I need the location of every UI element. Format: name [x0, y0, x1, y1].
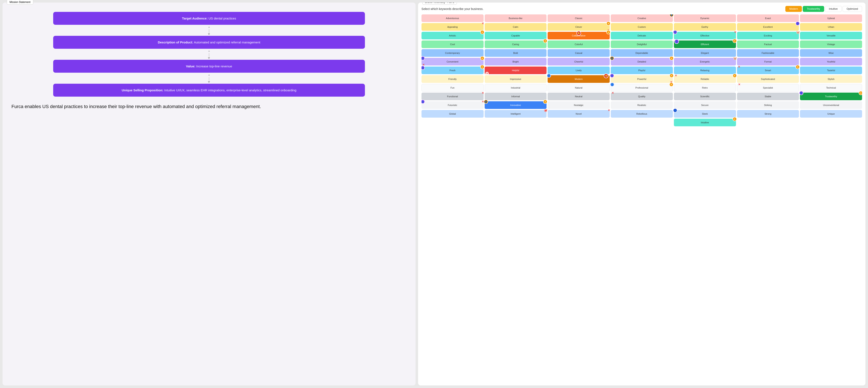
- flow-box-description: Description of Product: Automated and op…: [53, 36, 365, 49]
- kw-capable[interactable]: Capable: [485, 32, 547, 39]
- kw-wise[interactable]: Wise: [800, 49, 862, 57]
- kw-strong[interactable]: Strong: [737, 110, 799, 118]
- kw-trustworthy[interactable]: Trustworthy 👤 A: [800, 93, 862, 100]
- flow-box-value: Value: Increase top-line revenue: [53, 60, 365, 73]
- kw-formal[interactable]: Formal: [737, 58, 799, 65]
- kw-convenient[interactable]: Convenient 👤 A ✕: [422, 58, 484, 65]
- kw-factual[interactable]: Factual: [737, 40, 799, 48]
- kw-friendly[interactable]: Friendly: [422, 75, 484, 83]
- kw-lively[interactable]: Lively: [548, 67, 610, 74]
- kw-professional[interactable]: Professional 👤 A: [611, 84, 673, 92]
- kw-bold[interactable]: Bold: [485, 49, 547, 57]
- kw-cheerful[interactable]: Cheerful: [548, 58, 610, 65]
- tab-modern[interactable]: Modern: [785, 6, 802, 12]
- flow-arrow-2: +: [208, 49, 210, 60]
- tab-trustworthy[interactable]: Trustworthy: [803, 6, 824, 12]
- kw-delightful[interactable]: Delightful: [611, 40, 673, 48]
- kw-effective[interactable]: Effective ✕ 👤: [674, 32, 736, 39]
- kw-custom[interactable]: Custom: [611, 23, 673, 31]
- kw-dynamic[interactable]: Dynamic: [674, 14, 736, 22]
- flow-value-4: Intuitive UI/UX, seamless EHR integratio…: [164, 88, 297, 92]
- kw-novel[interactable]: Novel ✕: [548, 110, 610, 118]
- kw-upbeat[interactable]: Upbeat: [800, 14, 862, 22]
- kw-secure[interactable]: Secure: [674, 101, 736, 109]
- kw-modern[interactable]: Modern 👤 😊: [548, 75, 610, 83]
- kw-unique[interactable]: Unique: [800, 110, 862, 118]
- kw-stylish[interactable]: Stylish: [800, 75, 862, 83]
- kw-playful[interactable]: Playful: [611, 67, 673, 74]
- tab-optimized[interactable]: Optimized: [843, 6, 862, 12]
- kw-exact[interactable]: Exact: [737, 14, 799, 22]
- kw-unconventional[interactable]: Unconventional: [800, 101, 862, 109]
- kw-delicate[interactable]: Delicate: [611, 32, 673, 39]
- kw-impressive[interactable]: Impressive: [485, 75, 547, 83]
- kw-natural[interactable]: Natural: [548, 84, 610, 92]
- kw-creative[interactable]: Creative 👤: [611, 14, 673, 22]
- kw-earthy[interactable]: Earthy: [674, 23, 736, 31]
- kw-contemporary[interactable]: Contemporary: [422, 49, 484, 57]
- kw-colorful[interactable]: Colorful: [548, 40, 610, 48]
- kw-bright[interactable]: Bright: [485, 58, 547, 65]
- kw-collaborative[interactable]: Collaborative A 😊: [548, 32, 610, 39]
- kw-urban[interactable]: Urban: [800, 23, 862, 31]
- kw-reliable[interactable]: Reliable A ✕: [674, 75, 736, 83]
- kw-neutral[interactable]: Neutral: [548, 93, 610, 100]
- kw-informal[interactable]: Informal: [485, 93, 547, 100]
- kw-stable[interactable]: Stable: [737, 93, 799, 100]
- kw-elegant[interactable]: Elegant: [674, 49, 736, 57]
- kw-fashionable[interactable]: Fashionable: [737, 49, 799, 57]
- kw-technical[interactable]: Technical: [800, 84, 862, 92]
- flow-label-1: Target Audience:: [182, 17, 208, 20]
- flow-label-4: Unique Selling Proposition:: [122, 88, 163, 92]
- kw-sleek[interactable]: Sleek 👤: [674, 110, 736, 118]
- kw-classic[interactable]: Classic: [548, 14, 610, 22]
- kw-smart[interactable]: Smart ✕ A: [737, 67, 799, 74]
- kw-dependable[interactable]: Dependable: [611, 49, 673, 57]
- right-subtitle: Select which keywords describe your busi…: [422, 7, 484, 10]
- kw-powerful[interactable]: Powerful 👤 A ✕: [611, 75, 673, 83]
- kw-business-like[interactable]: Business-like: [485, 14, 547, 22]
- kw-intuitive[interactable]: Intuitive A: [674, 119, 736, 126]
- kw-empty-6: [800, 119, 862, 126]
- flow-box-usp: Unique Selling Proposition: Intuitive UI…: [53, 84, 365, 97]
- kw-helpful[interactable]: Helpful ✕: [485, 67, 547, 74]
- kw-rebellious[interactable]: Rebellious: [611, 110, 673, 118]
- kw-artistic[interactable]: Artistic A: [422, 32, 484, 39]
- kw-adventurous[interactable]: Adventurous: [422, 14, 484, 22]
- kw-industrial[interactable]: Industrial: [485, 84, 547, 92]
- kw-appealing[interactable]: Appealing ✕: [422, 23, 484, 31]
- kw-vintage[interactable]: Vintage: [800, 40, 862, 48]
- kw-scientific[interactable]: Scientific: [674, 93, 736, 100]
- tab-intuitive[interactable]: Intuitive: [825, 6, 842, 12]
- kw-casual[interactable]: Casual: [548, 49, 610, 57]
- kw-calm[interactable]: Calm: [485, 23, 547, 31]
- kw-energetic[interactable]: Energetic 🐷: [674, 58, 736, 65]
- kw-retro[interactable]: Retro: [674, 84, 736, 92]
- kw-versatile[interactable]: Versatile: [800, 32, 862, 39]
- kw-clever[interactable]: Clever A ✕: [548, 23, 610, 31]
- kw-nostalgic[interactable]: Nostalgic: [548, 101, 610, 109]
- kw-efficient[interactable]: Efficient A 👤: [674, 40, 736, 48]
- kw-cool[interactable]: Cool: [422, 40, 484, 48]
- kw-intelligent[interactable]: Intelligent 🐙: [485, 110, 547, 118]
- kw-youthful[interactable]: Youthful: [800, 58, 862, 65]
- kw-tasteful[interactable]: Tasteful: [800, 67, 862, 74]
- kw-quality[interactable]: Quality ✕: [611, 93, 673, 100]
- flow-label-2: Description of Product:: [158, 40, 193, 44]
- kw-caring[interactable]: Caring A: [485, 40, 547, 48]
- kw-fresh[interactable]: Fresh A 👤: [422, 67, 484, 74]
- kw-global[interactable]: Global: [422, 110, 484, 118]
- kw-realistic[interactable]: Realistic: [611, 101, 673, 109]
- kw-excellent[interactable]: Excellent 👤: [737, 23, 799, 31]
- kw-innovative[interactable]: Innovative 👤 A: [485, 101, 547, 109]
- kw-fun[interactable]: Fun: [422, 84, 484, 92]
- kw-functional[interactable]: Functional ✕: [422, 93, 484, 100]
- kw-striking[interactable]: Striking: [737, 101, 799, 109]
- kw-sophisticated[interactable]: Sophisticated: [737, 75, 799, 83]
- kw-relaxing[interactable]: Relaxing: [674, 67, 736, 74]
- kw-specialist[interactable]: Specialist ✕: [737, 84, 799, 92]
- kw-detailed[interactable]: Detailed 👤 A: [611, 58, 673, 65]
- flow-diagram: Target Audience: US dental practices + D…: [9, 12, 409, 97]
- kw-futuristic[interactable]: Futuristic 👤 ✕: [422, 101, 484, 109]
- kw-exciting[interactable]: Exciting 🐷: [737, 32, 799, 39]
